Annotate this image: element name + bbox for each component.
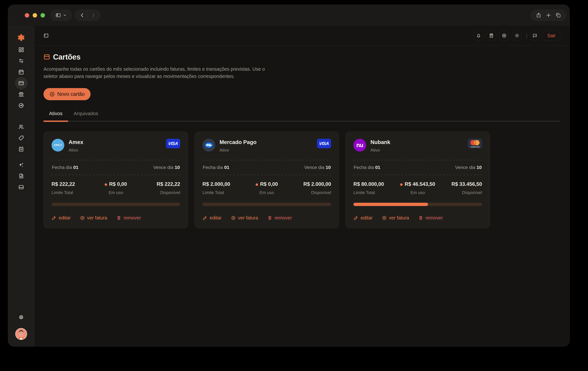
in-use: R$ 0,00 Em uso xyxy=(245,181,288,195)
close-day: Fecha dia 01 xyxy=(354,165,380,170)
edit-card-button[interactable]: editar xyxy=(202,215,222,221)
new-card-label: Novo cartão xyxy=(57,91,85,97)
notifications-button[interactable] xyxy=(473,30,484,41)
limit-value: R$ 222,22 xyxy=(52,181,94,187)
remove-card-button[interactable]: remover xyxy=(116,215,141,221)
browser-sidebar-toggle[interactable] xyxy=(50,10,72,21)
sidebar-item-banks[interactable] xyxy=(17,90,25,99)
sidebar-item-dashboard[interactable] xyxy=(17,45,25,54)
minimize-window-button[interactable] xyxy=(33,13,37,18)
bank-icon xyxy=(18,91,24,97)
mastercard-badge: mastercard xyxy=(468,139,482,148)
back-button[interactable] xyxy=(79,12,85,18)
mastercard-circles-icon xyxy=(470,140,480,145)
in-use: R$ 46.543,50 Em uso xyxy=(396,181,439,195)
close-window-button[interactable] xyxy=(25,13,29,18)
card-identity: Mercado Pago Ativo xyxy=(220,139,257,153)
sidebar-item-cards[interactable] xyxy=(15,77,27,89)
sidebar-item-subscriptions[interactable] xyxy=(17,183,25,191)
new-tab-icon[interactable] xyxy=(546,12,551,18)
sidebar-item-transactions[interactable] xyxy=(17,57,25,65)
available-label: Disponível xyxy=(288,190,331,195)
usage-progress-track xyxy=(52,203,180,206)
tab-arquivados[interactable]: Arquivados xyxy=(68,111,104,121)
card-actions: editar ver fatura xyxy=(353,215,482,221)
limit-label: Limite Total xyxy=(353,190,396,195)
remove-card-button[interactable]: remover xyxy=(267,215,292,221)
chevron-down-icon xyxy=(63,13,67,17)
file-chart-icon xyxy=(18,173,24,179)
cards-page-icon xyxy=(43,54,50,60)
remove-label: remover xyxy=(274,215,292,221)
trending-circle-icon xyxy=(18,103,24,108)
forward-button[interactable] xyxy=(90,12,96,18)
browser-toolbar-right xyxy=(531,10,566,21)
trash-icon xyxy=(116,215,121,220)
remove-label: remover xyxy=(124,215,141,221)
in-use-value: R$ 0,00 xyxy=(94,181,137,187)
nubank-avatar: nu xyxy=(353,139,366,152)
card-status: Ativo xyxy=(69,148,83,153)
sidebar-item-settings[interactable] xyxy=(17,313,25,321)
collapse-sidebar-icon[interactable] xyxy=(43,33,49,38)
tab-overview-icon[interactable] xyxy=(556,12,561,18)
view-invoice-button[interactable]: ver fatura xyxy=(231,215,258,221)
sidebar-item-contacts[interactable] xyxy=(17,123,25,131)
header-divider: | xyxy=(526,33,527,38)
sidebar-item-tags[interactable] xyxy=(17,134,25,142)
limit-total: R$ 80.000,00 Limite Total xyxy=(353,181,396,195)
new-card-button[interactable]: Novo cartão xyxy=(43,88,91,100)
in-use-label: Em uso xyxy=(245,190,288,195)
feedback-button[interactable] xyxy=(530,30,540,41)
visa-badge: VISA xyxy=(317,139,331,148)
page-content: Cartões Acompanhe todas os cartões do mê… xyxy=(34,46,570,346)
app-logo[interactable] xyxy=(17,30,25,45)
user-avatar[interactable] xyxy=(15,328,27,340)
remove-card-button[interactable]: remover xyxy=(418,215,443,221)
usage-dot-icon xyxy=(400,183,403,186)
calculator-button[interactable] xyxy=(486,30,497,41)
logout-button[interactable]: Sair xyxy=(542,30,560,41)
card-header: AMEX Amex Ativo VISA xyxy=(52,139,180,153)
due-day: Vence dia 10 xyxy=(153,165,180,170)
in-use-value: R$ 46.543,50 xyxy=(396,181,439,187)
sidebar-item-planning[interactable] xyxy=(17,145,25,153)
available-value: R$ 33.456,50 xyxy=(439,181,482,187)
dashed-divider xyxy=(202,175,331,175)
tab-ativos[interactable]: Ativos xyxy=(43,111,68,122)
privacy-toggle-button[interactable] xyxy=(499,30,509,41)
available: R$ 33.456,50 Disponível xyxy=(439,181,482,195)
share-icon[interactable] xyxy=(536,12,541,18)
edit-label: editar xyxy=(59,215,71,221)
sidebar-item-reports[interactable] xyxy=(17,172,25,180)
desktop: | Sair Cartões Acompanh xyxy=(0,0,588,371)
theme-toggle-button[interactable] xyxy=(512,30,522,41)
sidebar-item-investments[interactable] xyxy=(17,101,25,110)
sidebar xyxy=(8,26,34,346)
edit-card-button[interactable]: editar xyxy=(52,215,71,221)
browser-window: | Sair Cartões Acompanh xyxy=(8,5,570,347)
visa-badge: VISA xyxy=(166,139,180,148)
view-invoice-button[interactable]: ver fatura xyxy=(382,215,409,221)
zoom-window-button[interactable] xyxy=(41,13,45,18)
credit-card-icon xyxy=(18,80,24,86)
nubank-avatar-label: nu xyxy=(356,142,363,149)
calculator-icon xyxy=(489,33,494,38)
edit-card-button[interactable]: editar xyxy=(353,215,373,221)
card-identity: Amex Ativo xyxy=(69,139,83,153)
plus-circle-icon xyxy=(49,91,55,97)
view-invoice-button[interactable]: ver fatura xyxy=(80,215,107,221)
card-dates-row: Fecha dia 01 Vence dia 10 xyxy=(52,160,180,175)
handshake-icon xyxy=(204,142,213,148)
eye-target-icon xyxy=(502,33,507,38)
cards-grid: AMEX Amex Ativo VISA xyxy=(43,131,560,228)
usage-dot-icon xyxy=(256,183,258,186)
trash-icon xyxy=(418,215,423,220)
in-use-label: Em uso xyxy=(396,190,439,195)
sidebar-item-ai-assistant[interactable] xyxy=(17,161,25,169)
limit-total: R$ 222,22 Limite Total xyxy=(52,181,94,195)
pencil-icon xyxy=(52,215,57,220)
dashed-divider xyxy=(52,175,180,175)
sidebar-item-calendar[interactable] xyxy=(17,68,25,76)
edit-label: editar xyxy=(210,215,222,221)
